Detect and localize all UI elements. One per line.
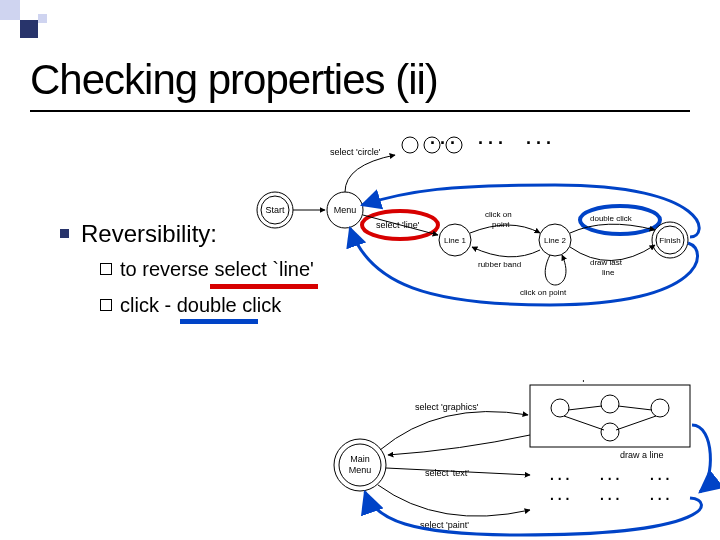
edge-select-circle: select 'circle': [330, 147, 381, 157]
bullet-reversibility-label: Reversibility:: [81, 220, 217, 247]
node-menu: Menu: [334, 205, 357, 215]
edge-select-graphics: select 'graphics': [415, 402, 479, 412]
sub2-pre: click: [120, 294, 159, 316]
ellipsis-icon: . . .: [600, 467, 619, 483]
edge-select-text: select 'text': [425, 468, 469, 478]
bullet-reversibility: Reversibility:: [60, 220, 217, 248]
title-rule: [30, 110, 690, 112]
slide: Checking properties (ii) Reversibility: …: [0, 0, 720, 540]
svg-text:Menu: Menu: [349, 465, 372, 475]
node-start: Start: [265, 205, 285, 215]
svg-rect-2: [38, 14, 47, 23]
node-line2: Line 2: [544, 236, 566, 245]
ellipsis-icon: . . .: [550, 467, 569, 483]
svg-line-29: [564, 416, 604, 430]
svg-point-23: [551, 399, 569, 417]
node-main-menu: Main: [350, 454, 370, 464]
top-state-diagram: Start Menu select 'circle' select 'line'…: [250, 125, 710, 315]
svg-rect-1: [20, 20, 38, 38]
svg-point-24: [601, 395, 619, 413]
svg-point-26: [601, 423, 619, 441]
svg-point-7: [402, 137, 418, 153]
edge-draw-last-line: draw last: [590, 258, 623, 267]
ellipsis-icon: . . .: [650, 487, 669, 503]
node-finish: Finish: [659, 236, 680, 245]
submenu-title: Graphics Sub-menu: [566, 380, 655, 382]
ellipsis-icon: . . .: [650, 467, 669, 483]
node-line1: Line 1: [444, 236, 466, 245]
edge-click-on-point2: click on point: [520, 288, 567, 297]
corner-decoration: [0, 0, 80, 50]
ellipsis-icon: . . .: [550, 487, 569, 503]
edge-double-click: double click: [590, 214, 633, 223]
slide-title: Checking properties (ii): [30, 56, 438, 104]
svg-point-8: [424, 137, 440, 153]
svg-point-25: [651, 399, 669, 417]
svg-text:line: line: [602, 268, 615, 277]
blue-underline: [180, 319, 258, 324]
svg-line-27: [568, 406, 602, 410]
svg-point-9: [446, 137, 462, 153]
svg-line-28: [618, 406, 652, 410]
bottom-state-diagram: Main Menu Graphics Sub-menu select 'grap…: [320, 380, 720, 540]
bullet-square-icon: [60, 229, 69, 238]
outline-square-icon: [100, 299, 112, 311]
edge-rubber-band: rubber band: [478, 260, 521, 269]
svg-line-30: [616, 416, 656, 430]
sub1-pre: to: [120, 258, 137, 280]
edge-draw-a-line: draw a line: [620, 450, 664, 460]
edge-select-line: select 'line': [376, 220, 420, 230]
edge-click-on-point: click on: [485, 210, 512, 219]
svg-text:point: point: [492, 220, 510, 229]
outline-square-icon: [100, 263, 112, 275]
svg-rect-0: [0, 0, 20, 20]
ellipsis-icon: . . .: [600, 487, 619, 503]
svg-rect-22: [530, 385, 690, 447]
